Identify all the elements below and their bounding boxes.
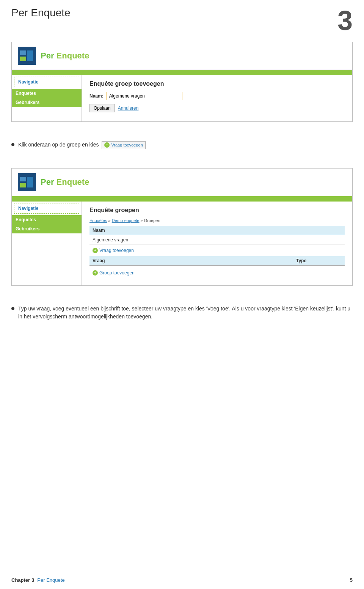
- bullet-text-1: Klik onderaan op de groep en kies + Vraa…: [18, 141, 147, 149]
- svg-rect-5: [20, 177, 26, 181]
- groepen-title: Enquête groepen: [89, 207, 345, 214]
- screenshot-1: Per Enquete Navigatie Enquetes Gebruiker…: [11, 42, 353, 122]
- app-header-2: Per Enquete: [12, 169, 352, 196]
- app-body-2: Navigatie Enquetes Gebruikers Enquête gr…: [12, 202, 352, 285]
- annuleren-link[interactable]: Annuleren: [118, 106, 139, 111]
- sidebar-enquetes-1[interactable]: Enquetes: [12, 89, 82, 98]
- green-bar-2: [12, 196, 352, 202]
- breadcrumb: Enquêtes » Demo-enquete » Groepen: [89, 218, 345, 223]
- breadcrumb-link-enquetes[interactable]: Enquêtes: [89, 218, 107, 223]
- form-actions: Opslaan Annuleren: [89, 104, 345, 112]
- chapter-number: 3: [337, 7, 353, 34]
- app-name-2: Per Enquete: [41, 177, 89, 187]
- app-body-1: Navigatie Enquetes Gebruikers Enquête gr…: [12, 75, 352, 121]
- main-content-1: Enquête groep toevoegen Naam: Opslaan An…: [82, 75, 352, 121]
- table-header: Naam: [89, 226, 345, 235]
- sidebar-enquetes-2[interactable]: Enquetes: [12, 215, 82, 224]
- bullet-item-1: Klik onderaan op de groep en kies + Vraa…: [11, 141, 353, 149]
- svg-rect-2: [20, 57, 26, 61]
- footer-chapter-num: 3: [31, 577, 34, 583]
- sidebar-2: Navigatie Enquetes Gebruikers: [12, 202, 82, 285]
- sub-table-header: Vraag Type: [89, 256, 345, 266]
- bullet-dot-1: [11, 143, 14, 146]
- add-vraag-icon: +: [93, 248, 98, 253]
- form-name-label: Naam:: [89, 93, 104, 99]
- app-logo-1: [18, 47, 36, 65]
- screenshot-2: Per Enquete Navigatie Enquetes Gebruiker…: [11, 168, 353, 286]
- sidebar-nav-title-1: Navigatie: [14, 77, 79, 87]
- svg-rect-3: [27, 50, 33, 61]
- opslaan-button[interactable]: Opslaan: [89, 104, 115, 112]
- form-row-name: Naam:: [89, 92, 345, 100]
- bullet-item-2: Typ uw vraag, voeg eventueel een bijschr…: [11, 305, 353, 321]
- bullet-dot-2: [11, 307, 14, 310]
- app-name-1: Per Enquete: [41, 51, 89, 61]
- bullet-section-1: Klik onderaan op de groep en kies + Vraa…: [0, 133, 364, 164]
- row1-naam: Algemene vragen: [93, 237, 342, 243]
- form-title-1: Enquête groep toevoegen: [89, 80, 345, 87]
- footer-chapter-title: Per Enquete: [37, 577, 64, 583]
- breadcrumb-link-demo[interactable]: Demo-enquete: [112, 218, 140, 223]
- page-footer: Chapter 3 Per Enquete 5: [0, 571, 364, 589]
- col-naam: Naam: [93, 228, 342, 233]
- footer-chapter-label: Chapter: [11, 577, 30, 583]
- vraag-toevoegen-inline-btn[interactable]: + Vraag toevoegen: [102, 141, 145, 149]
- svg-rect-6: [20, 183, 26, 187]
- add-groep-icon: +: [93, 270, 98, 276]
- svg-rect-1: [20, 50, 26, 55]
- col-type: Type: [296, 258, 342, 263]
- add-circle-icon: +: [104, 142, 110, 148]
- bullet-text-2: Typ uw vraag, voeg eventueel een bijschr…: [18, 305, 353, 321]
- sidebar-nav-title-2: Navigatie: [14, 203, 79, 214]
- app-header-1: Per Enquete: [12, 42, 352, 70]
- green-bar-1: [12, 70, 352, 75]
- add-groep-row: + Groep toevoegen: [89, 266, 345, 280]
- form-name-input[interactable]: [107, 92, 182, 100]
- bullet-section-2: Typ uw vraag, voeg eventueel een bijschr…: [0, 297, 364, 336]
- groep-toevoegen-link[interactable]: + Groep toevoegen: [89, 269, 138, 277]
- footer-page-number: 5: [350, 577, 353, 583]
- app-logo-2: [18, 173, 36, 191]
- page-title: Per Enquete: [11, 7, 71, 19]
- svg-rect-7: [27, 177, 33, 187]
- table-row-1: Algemene vragen: [89, 235, 345, 245]
- col-vraag: Vraag: [93, 258, 296, 263]
- add-vraag-row: + Vraag toevoegen: [89, 245, 345, 256]
- vraag-toevoegen-link[interactable]: + Vraag toevoegen: [89, 246, 137, 255]
- groepen-content: Enquête groepen Enquêtes » Demo-enquete …: [82, 202, 352, 285]
- sidebar-gebruikers-1[interactable]: Gebruikers: [12, 98, 82, 107]
- page-header: Per Enquete 3: [0, 0, 364, 38]
- sidebar-gebruikers-2[interactable]: Gebruikers: [12, 224, 82, 233]
- sidebar-1: Navigatie Enquetes Gebruikers: [12, 75, 82, 121]
